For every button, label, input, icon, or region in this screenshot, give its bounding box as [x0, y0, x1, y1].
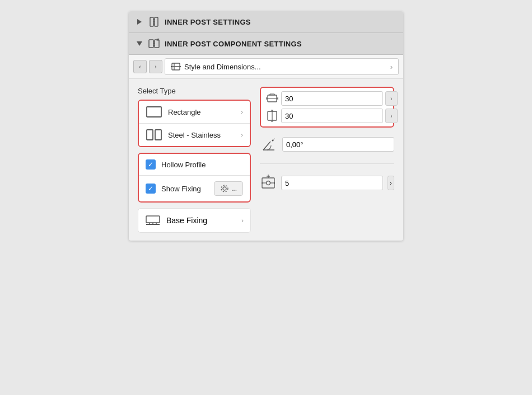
content-area: Select Type Rectangle › [129, 79, 403, 241]
right-column: 30 › [260, 87, 394, 233]
angle-icon [260, 135, 278, 153]
arrow-down-icon [137, 41, 142, 46]
show-fixing-label: Show Fixing [161, 185, 208, 193]
svg-rect-0 [150, 17, 153, 26]
spacing-arrow-button[interactable]: › [388, 176, 394, 190]
chevron-left-icon: ‹ [139, 64, 141, 70]
steel-shape-icon [146, 129, 162, 140]
dimension-group: 30 › [260, 87, 394, 128]
svg-rect-19 [155, 130, 161, 140]
gear-settings-button[interactable]: ... [214, 181, 243, 196]
svg-point-20 [223, 187, 226, 190]
nav-next-button[interactable]: › [149, 60, 162, 73]
svg-rect-17 [147, 107, 161, 117]
nav-prev-button[interactable]: ‹ [133, 60, 147, 73]
chevron-right-icon: › [155, 64, 156, 70]
inner-post-component-icon [148, 37, 160, 50]
steel-label: Steel - Stainless [168, 131, 221, 139]
height-icon [265, 109, 279, 123]
collapse-arrow-component [136, 40, 143, 48]
type-selector-group: Rectangle › Steel - Stainless [138, 100, 251, 147]
type-steel-item[interactable]: Steel - Stainless › [139, 124, 250, 146]
svg-point-21 [221, 185, 228, 192]
left-column: Select Type Rectangle › [138, 87, 251, 233]
svg-rect-18 [147, 130, 153, 140]
hollow-profile-row[interactable]: ✓ Hollow Profile [139, 154, 250, 176]
inner-post-component-title: INNER POST COMPONENT SETTINGS [165, 40, 302, 48]
base-fixing-row[interactable]: Base Fixing › [138, 208, 251, 233]
height-arrow-button[interactable]: › [385, 109, 398, 123]
inner-post-component-header[interactable]: INNER POST COMPONENT SETTINGS [129, 33, 403, 55]
style-dimensions-button[interactable]: Style and Dimensions... › [165, 58, 399, 75]
spacing-row: 5 › [260, 172, 394, 194]
inner-post-settings-header[interactable]: INNER POST SETTINGS [129, 11, 403, 33]
height-row: 30 › [265, 109, 398, 123]
rectangle-chevron-icon: › [241, 109, 243, 115]
angle-input[interactable]: 0,00° [282, 137, 394, 152]
height-chevron-icon: › [390, 113, 392, 119]
checkbox-group: ✓ Hollow Profile ✓ Show Fixing [138, 153, 251, 203]
angle-row: 0,00° [260, 133, 394, 156]
height-input[interactable]: 30 [281, 109, 383, 123]
width-input[interactable]: 30 [281, 91, 383, 106]
collapse-arrow-inner-post [136, 18, 143, 26]
style-dimensions-icon [171, 62, 181, 72]
base-fixing-icon [145, 214, 161, 227]
style-dimensions-label: Style and Dimensions... [184, 63, 261, 71]
show-fixing-checkbox[interactable]: ✓ [146, 184, 156, 194]
settings-panel: INNER POST SETTINGS INNER POST COMPONENT… [129, 11, 403, 241]
width-row: 30 › [265, 91, 398, 106]
base-fixing-left: Base Fixing [145, 214, 207, 227]
svg-rect-1 [155, 17, 158, 26]
spacing-input[interactable]: 5 [281, 176, 383, 190]
inner-post-settings-title: INNER POST SETTINGS [165, 18, 251, 26]
arrow-right-icon [137, 19, 142, 25]
dim-inputs: 30 › [265, 91, 398, 123]
check-icon-2: ✓ [148, 185, 153, 192]
base-fixing-label: Base Fixing [166, 216, 207, 225]
width-icon [265, 92, 279, 105]
check-icon: ✓ [148, 161, 153, 168]
show-fixing-row[interactable]: ✓ Show Fixing ... [139, 176, 250, 201]
rectangle-shape-icon [146, 106, 162, 117]
link-dimensions-icon[interactable] [402, 97, 403, 117]
spacing-chevron-icon: › [390, 180, 391, 186]
base-fixing-chevron-icon: › [241, 217, 244, 224]
width-chevron-icon: › [390, 96, 392, 102]
svg-point-42 [272, 140, 274, 142]
select-type-label: Select Type [138, 87, 251, 95]
gear-button-label: ... [231, 185, 237, 192]
nav-row: ‹ › Style and Dimensions... › [129, 55, 403, 79]
divider [260, 163, 394, 164]
gear-icon [220, 184, 229, 193]
spacing-icon [260, 174, 277, 192]
rectangle-label: Rectangle [168, 108, 201, 116]
width-arrow-button[interactable]: › [385, 91, 398, 106]
svg-rect-22 [146, 216, 160, 223]
steel-chevron-icon: › [241, 131, 243, 138]
style-chevron-icon: › [390, 63, 393, 71]
inner-post-icon [148, 16, 160, 28]
type-rectangle-item[interactable]: Rectangle › [139, 101, 250, 124]
svg-point-44 [267, 181, 270, 185]
type-steel-left: Steel - Stainless [146, 129, 221, 140]
type-rectangle-left: Rectangle [146, 106, 201, 117]
svg-rect-5 [149, 40, 153, 48]
hollow-profile-checkbox[interactable]: ✓ [146, 159, 156, 170]
hollow-profile-label: Hollow Profile [161, 161, 243, 169]
svg-rect-6 [155, 40, 159, 48]
